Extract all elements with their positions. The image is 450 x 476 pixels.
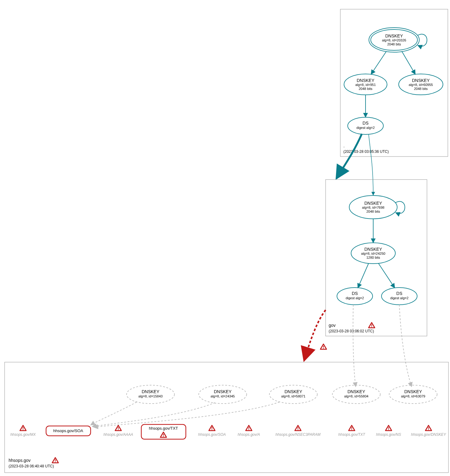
hhsops-rr-ns: hhsops.gov/NS bbox=[376, 425, 401, 437]
svg-text:alg=8, id=55804: alg=8, id=55804 bbox=[344, 394, 369, 398]
root-ksk-node: DNSKEY alg=8, id=20326 2048 bits bbox=[369, 28, 419, 52]
hhsops-dnskey-2: DNSKEY alg=8, id=24345 bbox=[199, 385, 247, 404]
svg-text:DS: DS bbox=[362, 121, 368, 126]
svg-text:hhsops.gov/SOA: hhsops.gov/SOA bbox=[198, 432, 226, 437]
root-zsk1-node: DNSKEY alg=8, id=951 2048 bits bbox=[344, 74, 387, 95]
edge-gov-to-hhsops-error bbox=[304, 310, 326, 361]
gov-ds2-node: DS digest alg=2 bbox=[382, 288, 417, 305]
svg-text:DS: DS bbox=[352, 291, 358, 296]
root-ds-node: DS digest alg=2 bbox=[348, 117, 383, 134]
svg-text:DNSKEY: DNSKEY bbox=[142, 389, 159, 394]
svg-text:DNSKEY: DNSKEY bbox=[347, 389, 365, 394]
svg-text:1280 bits: 1280 bits bbox=[366, 256, 380, 259]
hhsops-rr-aaaa: hhsops.gov/AAAA bbox=[104, 425, 133, 437]
warning-icon bbox=[369, 323, 375, 328]
hhsops-rr-soa2: hhsops.gov/SOA bbox=[198, 425, 226, 437]
zone-root-timestamp: (2023-03-28 03:05:36 UTC) bbox=[343, 149, 389, 154]
svg-text:DNSKEY: DNSKEY bbox=[364, 247, 382, 252]
svg-text:alg=8, id=24345: alg=8, id=24345 bbox=[211, 394, 235, 398]
hhsops-rr-nsec3param: hhsops.gov/NSEC3PARAM bbox=[276, 425, 321, 437]
zone-gov-name: gov bbox=[329, 323, 336, 328]
svg-text:hhsops.gov/DNSKEY: hhsops.gov/DNSKEY bbox=[411, 432, 446, 437]
svg-text:hhsops.gov/A: hhsops.gov/A bbox=[238, 432, 260, 437]
svg-line-36 bbox=[378, 263, 395, 288]
root-ksk-bits: 2048 bits bbox=[387, 42, 401, 46]
svg-text:2048 bits: 2048 bits bbox=[359, 87, 373, 91]
svg-text:alg=8, id=63079: alg=8, id=63079 bbox=[401, 394, 425, 398]
svg-text:hhsops.gov/TXT: hhsops.gov/TXT bbox=[338, 432, 366, 437]
svg-text:digest alg=2: digest alg=2 bbox=[356, 126, 375, 130]
svg-text:DNSKEY: DNSKEY bbox=[364, 201, 382, 206]
svg-text:DNSKEY: DNSKEY bbox=[284, 389, 302, 394]
svg-text:2048 bits: 2048 bits bbox=[414, 87, 428, 91]
zone-root-name: . bbox=[343, 143, 345, 148]
svg-text:hhsops.gov/SOA: hhsops.gov/SOA bbox=[53, 428, 83, 433]
zone-hhsops-timestamp: (2023-03-28 06:40:48 UTC) bbox=[9, 464, 54, 468]
gov-zsk-node: DNSKEY alg=8, id=24250 1280 bits bbox=[351, 243, 395, 264]
svg-text:hhsops.gov/NS: hhsops.gov/NS bbox=[376, 432, 401, 437]
zone-hhsops: hhsops.gov (2023-03-28 06:40:48 UTC) DNS… bbox=[5, 362, 448, 473]
svg-text:alg=8, id=24250: alg=8, id=24250 bbox=[361, 252, 385, 255]
svg-text:alg=8, id=60955: alg=8, id=60955 bbox=[409, 83, 433, 87]
svg-line-13 bbox=[371, 51, 386, 74]
svg-text:DNSKEY: DNSKEY bbox=[404, 389, 422, 394]
svg-line-14 bbox=[402, 51, 415, 74]
zone-hhsops-name: hhsops.gov bbox=[9, 458, 31, 463]
warning-icon bbox=[52, 458, 58, 463]
hhsops-txt-box: hhsops.gov/TXT bbox=[141, 424, 186, 439]
svg-text:DS: DS bbox=[396, 291, 402, 296]
hhsops-dnskey-3: DNSKEY alg=8, id=58071 bbox=[269, 385, 317, 404]
hhsops-dnskey-1: DNSKEY alg=8, id=15843 bbox=[127, 385, 174, 404]
svg-text:hhsops.gov/NSEC3PARAM: hhsops.gov/NSEC3PARAM bbox=[276, 432, 321, 437]
svg-line-35 bbox=[358, 263, 369, 288]
svg-text:digest alg=2: digest alg=2 bbox=[346, 296, 364, 300]
hhsops-rr-dnskey: hhsops.gov/DNSKEY bbox=[411, 425, 446, 437]
hhsops-dnskey-5: DNSKEY alg=8, id=63079 bbox=[389, 385, 437, 404]
svg-text:DNSKEY: DNSKEY bbox=[214, 389, 232, 394]
svg-text:alg=8, id=7698: alg=8, id=7698 bbox=[362, 206, 385, 209]
svg-text:hhsops.gov/AAAA: hhsops.gov/AAAA bbox=[104, 432, 133, 437]
warning-icon bbox=[160, 432, 166, 437]
hhsops-rr-txt2: hhsops.gov/TXT bbox=[338, 425, 366, 437]
edge-root-to-gov bbox=[336, 134, 362, 179]
svg-text:DNSKEY: DNSKEY bbox=[357, 78, 374, 83]
svg-text:2048 bits: 2048 bits bbox=[366, 210, 380, 213]
root-zsk2-node: DNSKEY alg=8, id=60955 2048 bits bbox=[399, 74, 443, 95]
dnssec-diagram: . (2023-03-28 03:05:36 UTC) DNSKEY alg=8… bbox=[0, 0, 450, 476]
hhsops-rr-mx: hhsops.gov/MX bbox=[10, 425, 36, 437]
svg-text:DNSKEY: DNSKEY bbox=[412, 78, 430, 83]
gov-ds1-node: DS digest alg=2 bbox=[337, 288, 373, 305]
zone-gov: gov (2023-03-28 03:06:02 UTC) DNSKEY alg… bbox=[326, 180, 427, 336]
svg-text:hhsops.gov/TXT: hhsops.gov/TXT bbox=[149, 426, 178, 431]
svg-text:digest alg=2: digest alg=2 bbox=[390, 296, 409, 300]
hhsops-rr-a: hhsops.gov/A bbox=[238, 425, 260, 437]
hhsops-soa-box: hhsops.gov/SOA bbox=[46, 426, 91, 436]
svg-text:alg=8, id=58071: alg=8, id=58071 bbox=[281, 394, 306, 398]
svg-text:hhsops.gov/MX: hhsops.gov/MX bbox=[10, 432, 36, 437]
svg-text:alg=8, id=951: alg=8, id=951 bbox=[355, 83, 376, 87]
zone-root: . (2023-03-28 03:05:36 UTC) DNSKEY alg=8… bbox=[340, 9, 448, 157]
svg-rect-37 bbox=[5, 362, 448, 473]
warning-icon bbox=[320, 344, 327, 349]
gov-ksk-node: DNSKEY alg=8, id=7698 2048 bits bbox=[349, 195, 397, 219]
root-ksk-title: DNSKEY bbox=[385, 33, 403, 38]
svg-text:alg=8, id=15843: alg=8, id=15843 bbox=[139, 394, 163, 398]
root-ksk-alg: alg=8, id=20326 bbox=[382, 38, 406, 42]
zone-gov-timestamp: (2023-03-28 03:06:02 UTC) bbox=[329, 329, 374, 333]
hhsops-dnskey-4: DNSKEY alg=8, id=55804 bbox=[332, 385, 380, 404]
